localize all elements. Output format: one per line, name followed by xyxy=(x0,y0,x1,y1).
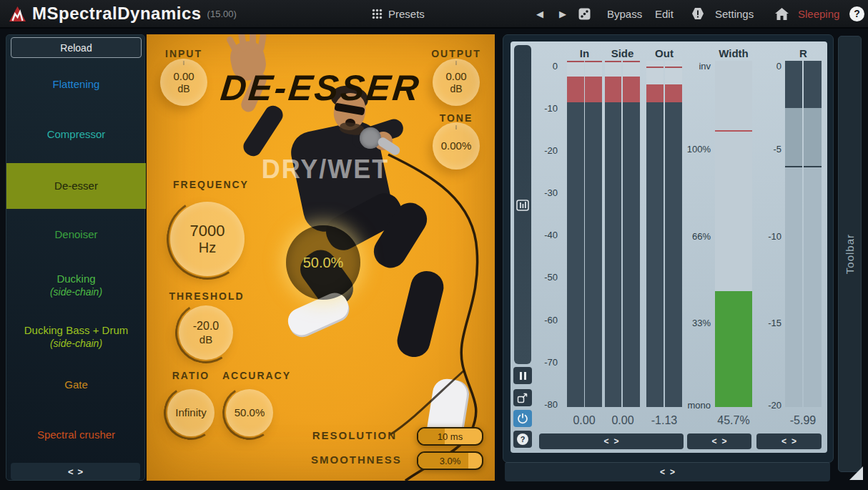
settings-button[interactable]: Settings xyxy=(715,0,754,27)
smoothness-label: SMOOTHNESS xyxy=(311,454,397,466)
sidebar-item-denoiser[interactable]: Denoiser xyxy=(6,225,146,244)
side-meter-left xyxy=(605,61,621,407)
side-meter-right xyxy=(623,61,640,407)
sleeping-status-button[interactable]: Sleeping xyxy=(798,0,839,27)
meter-display: ? 0 -10 -20 -30 -40 -50 -60 -70 -80 In S… xyxy=(511,41,827,453)
sidebar-item-gate[interactable]: Gate xyxy=(6,376,146,394)
home-button[interactable] xyxy=(775,0,789,27)
scroll-right-icon: > xyxy=(670,467,675,477)
scroll-right-icon: > xyxy=(614,436,619,446)
plugin-title: MSpectralDynamics xyxy=(32,4,202,24)
grid-icon xyxy=(372,9,383,19)
melda-logo-icon[interactable] xyxy=(9,6,26,22)
resolution-slider[interactable]: 10 ms xyxy=(417,427,483,446)
width-scrollbar[interactable]: < > xyxy=(687,433,751,449)
plugin-version: (15.00) xyxy=(207,9,237,19)
expand-icon xyxy=(517,392,528,403)
scroll-left-icon: < xyxy=(781,436,786,446)
dry-wet-knob[interactable]: 50.0% xyxy=(286,225,360,300)
scroll-left-icon: < xyxy=(660,467,665,477)
spectrum-view-icon xyxy=(516,199,529,212)
tone-knob[interactable]: 0.00% xyxy=(433,122,480,170)
out-meter-left xyxy=(646,61,664,407)
sidebar-item-ducking-bass-drum[interactable]: Ducking Bass + Drum (side-chain) xyxy=(6,321,146,353)
meter-panel: ? 0 -10 -20 -30 -40 -50 -60 -70 -80 In S… xyxy=(503,34,834,463)
dice-icon xyxy=(578,8,591,20)
accuracy-knob[interactable]: 50.0% xyxy=(226,389,273,436)
header-left: MSpectralDynamics (15.00) xyxy=(9,0,237,27)
meter-header-in: In xyxy=(567,47,602,59)
input-label: INPUT xyxy=(155,48,212,59)
r-meter-right xyxy=(804,61,822,407)
frequency-knob[interactable]: 7000 Hz xyxy=(170,202,245,276)
scroll-right-icon: > xyxy=(722,436,727,446)
input-knob[interactable]: 0.00 dB xyxy=(160,59,207,106)
width-readout: 45.7% xyxy=(712,414,755,427)
meter-help-button[interactable]: ? xyxy=(513,431,532,448)
threshold-label: THRESHOLD xyxy=(164,290,250,302)
reload-button[interactable]: Reload xyxy=(11,37,142,58)
de-esser-panel: DE-ESSER DRY/WET INPUT 0.00 dB OUTPUT 0.… xyxy=(147,34,495,481)
previous-preset-button[interactable]: ◀ xyxy=(536,0,543,27)
question-icon: ? xyxy=(517,433,528,445)
presets-label: Presets xyxy=(388,8,425,20)
pager-left-icon: < xyxy=(68,466,74,477)
ratio-knob[interactable]: Infinity xyxy=(167,389,214,436)
meter-header-r: R xyxy=(785,47,822,59)
bypass-button[interactable]: Bypass xyxy=(607,0,642,27)
pager-right-icon: > xyxy=(78,466,84,477)
drywet-watermark: DRY/WET xyxy=(254,155,397,185)
home-icon xyxy=(775,8,789,20)
preset-sidebar: Reload Flattening Compressor De-esser De… xyxy=(6,34,145,481)
header-bar: MSpectralDynamics (15.00) Presets ◀ ▶ xyxy=(0,0,868,29)
accuracy-label: ACCURACY xyxy=(221,370,292,381)
sidebar-item-de-esser[interactable]: De-esser xyxy=(6,163,146,209)
in-meter-left xyxy=(567,61,584,407)
sidebar-item-ducking[interactable]: Ducking (side-chain) xyxy=(6,271,146,300)
in-readout: 0.00 xyxy=(563,414,606,427)
limiter-warning-button[interactable] xyxy=(691,0,705,27)
help-icon: ? xyxy=(849,6,864,21)
output-knob[interactable]: 0.00 dB xyxy=(433,59,480,106)
bottom-scrollbar[interactable]: < > xyxy=(505,462,830,481)
frequency-label: FREQUENCY xyxy=(164,179,257,190)
edit-button[interactable]: Edit xyxy=(655,0,674,27)
window-resize-grip[interactable] xyxy=(849,466,863,480)
output-label: OUTPUT xyxy=(428,48,485,59)
preset-pager[interactable]: < > xyxy=(11,463,140,480)
meter-header-side: Side xyxy=(605,47,640,59)
r-meter-left xyxy=(785,61,802,407)
hexagon-warning-icon xyxy=(691,6,705,21)
scroll-right-icon: > xyxy=(791,436,797,446)
meters-power-button[interactable] xyxy=(513,410,532,427)
help-button[interactable]: ? xyxy=(849,0,864,27)
out-readout: -1.13 xyxy=(643,414,686,427)
pause-icon xyxy=(520,372,526,380)
levels-scrollbar[interactable]: < > xyxy=(539,433,684,449)
ratio-label: RATIO xyxy=(162,370,220,381)
power-icon xyxy=(517,413,528,424)
next-arrow-icon: ▶ xyxy=(559,9,566,19)
scroll-left-icon: < xyxy=(711,436,716,446)
toolbar-label: Toolbar xyxy=(844,234,856,274)
side-readout: 0.00 xyxy=(601,414,644,427)
smoothness-slider[interactable]: 3.0% xyxy=(417,451,483,470)
sidebar-item-compressor[interactable]: Compressor xyxy=(6,125,146,144)
threshold-knob[interactable]: -20.0 dB xyxy=(179,305,233,360)
presets-button[interactable]: Presets xyxy=(372,0,425,27)
sidebar-item-flattening[interactable]: Flattening xyxy=(6,75,146,94)
collapsed-toolbar[interactable]: Toolbar xyxy=(838,36,862,472)
r-readout: -5.99 xyxy=(781,414,824,427)
random-preset-button[interactable] xyxy=(578,0,591,27)
sleeping-label: Sleeping xyxy=(798,8,839,20)
prev-arrow-icon: ◀ xyxy=(536,9,543,19)
meter-header-width: Width xyxy=(715,47,752,59)
in-meter-right xyxy=(585,61,602,407)
side-chain-subtitle: (side-chain) xyxy=(6,286,146,299)
meter-header-out: Out xyxy=(646,47,682,59)
r-scrollbar[interactable]: < > xyxy=(756,433,822,449)
pause-meters-button[interactable] xyxy=(513,367,532,384)
plugin-window: MSpectralDynamics (15.00) Presets ◀ ▶ xyxy=(0,0,868,490)
sidebar-item-spectral-crusher[interactable]: Spectral crusher xyxy=(6,426,146,444)
next-preset-button[interactable]: ▶ xyxy=(559,0,566,27)
